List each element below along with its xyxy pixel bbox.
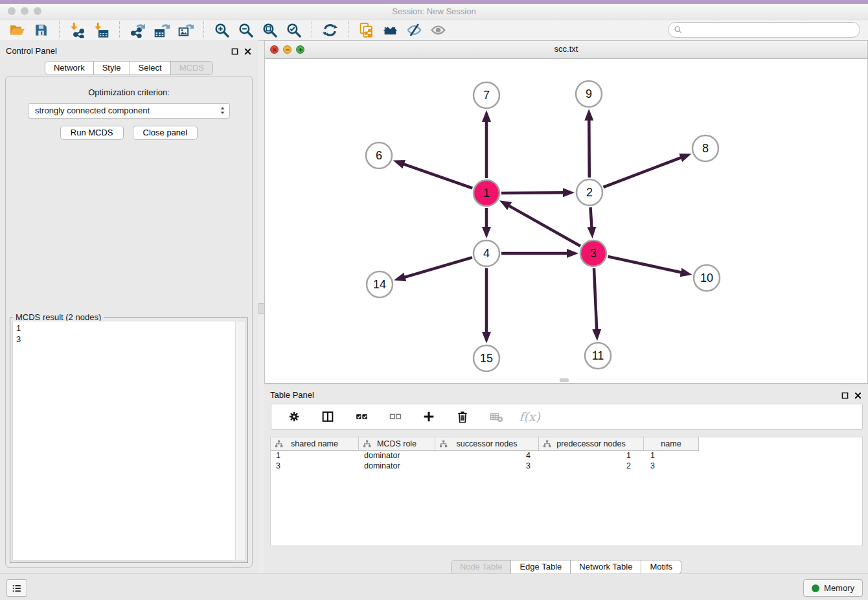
plus-button[interactable] (418, 408, 439, 426)
column-header-shared-name[interactable]: shared name (271, 437, 359, 451)
result-scrollbar[interactable] (235, 321, 246, 560)
hide-selected-icon (406, 22, 422, 38)
network-hscrollbar-thumb[interactable] (560, 378, 569, 382)
columns-button[interactable] (317, 408, 337, 426)
close-window-button[interactable] (8, 7, 16, 15)
column-header-MCDS-role[interactable]: MCDS role (359, 437, 435, 451)
uncheck-pair-button[interactable] (385, 408, 405, 426)
import-network-button[interactable] (67, 21, 87, 39)
graph-edge-1-6[interactable] (404, 164, 473, 188)
gear-icon (287, 410, 301, 424)
zoom-in-button[interactable] (212, 21, 232, 39)
tab-edge-table[interactable]: Edge Table (510, 560, 570, 573)
tab-node-table[interactable]: Node Table (451, 560, 511, 573)
graph-node-10[interactable]: 10 (694, 265, 720, 291)
search-box[interactable] (668, 22, 860, 38)
table-panel-close-button[interactable] (854, 390, 862, 402)
zoom-fit-button[interactable] (260, 21, 280, 39)
table-delete-button[interactable] (486, 408, 506, 426)
graph-edge-2-9[interactable] (589, 120, 589, 178)
graph-edge-3-10[interactable] (608, 257, 681, 273)
import-table-button[interactable] (91, 21, 111, 39)
fx-button[interactable]: f(x) (520, 408, 540, 426)
table-cell: dominator (359, 451, 435, 461)
graph-node-1[interactable]: 1 (474, 180, 499, 206)
graph-node-6[interactable]: 6 (366, 143, 392, 168)
graph-node-9[interactable]: 9 (576, 81, 602, 107)
zoom-window-button[interactable] (34, 7, 41, 15)
table-toolbar: f(x) (271, 404, 863, 430)
save-session-button[interactable] (31, 21, 51, 39)
trash-button[interactable] (452, 408, 472, 426)
graph-edge-3-1[interactable] (509, 206, 580, 246)
columns-icon (321, 410, 335, 424)
show-all-button[interactable] (428, 21, 448, 39)
table-tabs: Node Table Edge Table Network Table Moti… (451, 560, 681, 574)
control-panel-float-button[interactable] (231, 46, 238, 58)
task-list-button[interactable] (6, 579, 27, 597)
graph-node-14[interactable]: 14 (367, 271, 393, 297)
hide-selected-button[interactable] (404, 21, 424, 39)
check-pair-icon (354, 410, 369, 424)
criterion-select[interactable]: strongly connected component (28, 103, 230, 119)
tab-mcds[interactable]: MCDS (170, 62, 212, 75)
export-network-button[interactable] (128, 21, 148, 39)
graph-node-4[interactable]: 4 (474, 240, 499, 266)
export-image-button[interactable] (176, 21, 196, 39)
table-cell: 3 (644, 461, 699, 472)
graph-edge-2-3[interactable] (591, 207, 592, 227)
status-bar: Memory (0, 573, 868, 600)
column-header-predecessor-nodes[interactable]: predecessor nodes (539, 437, 644, 451)
network-window: scc.txt 7968124314101511 (264, 40, 868, 384)
gear-button[interactable] (284, 408, 304, 426)
control-panel-close-button[interactable] (244, 46, 251, 58)
graph-node-7[interactable]: 7 (474, 82, 499, 108)
graph-edge-4-14[interactable] (404, 257, 472, 277)
svg-text:10: 10 (700, 271, 713, 284)
column-header-name[interactable]: name (644, 437, 699, 451)
graph-edge-2-8[interactable] (604, 157, 681, 187)
column-header-successor-nodes[interactable]: successor nodes (435, 437, 539, 451)
neighbors-button[interactable] (380, 21, 400, 39)
graph-edge-1-2[interactable] (501, 192, 564, 193)
graph-node-11[interactable]: 11 (585, 343, 611, 369)
graph-node-2[interactable]: 2 (577, 179, 602, 205)
graph-node-8[interactable]: 8 (692, 135, 718, 161)
session-title: Session: New Session (0, 4, 868, 19)
network-zoom-button[interactable] (296, 45, 304, 54)
network-window-titlebar[interactable]: scc.txt (265, 41, 867, 59)
network-canvas[interactable]: 7968124314101511 (265, 59, 867, 383)
minimize-window-button[interactable] (21, 7, 29, 15)
tab-style[interactable]: Style (93, 62, 130, 75)
check-pair-button[interactable] (351, 408, 371, 426)
table-panel-float-button[interactable] (841, 390, 849, 402)
refresh-button[interactable] (320, 21, 340, 39)
graph-edge-3-11[interactable] (594, 268, 597, 330)
zoom-selected-button[interactable] (284, 21, 304, 39)
network-close-button[interactable] (270, 45, 279, 54)
network-minimize-button[interactable] (283, 45, 291, 54)
close-panel-button[interactable]: Close panel (133, 126, 198, 140)
tab-select[interactable]: Select (130, 62, 170, 75)
tab-motifs[interactable]: Motifs (641, 560, 681, 573)
mcds-result-text[interactable]: 1 3 (12, 321, 236, 560)
svg-text:1: 1 (483, 187, 490, 200)
show-all-icon (430, 22, 446, 38)
export-table-button[interactable] (152, 21, 172, 39)
memory-status-icon (812, 584, 819, 592)
table-row[interactable]: 1dominator411 (271, 451, 862, 461)
column-header-filler (699, 437, 862, 451)
graph-node-3[interactable]: 3 (580, 240, 606, 266)
tab-network-table[interactable]: Network Table (570, 560, 641, 573)
tab-network[interactable]: Network (45, 62, 93, 75)
table-row[interactable]: 3dominator323 (271, 461, 862, 472)
memory-button[interactable]: Memory (803, 579, 863, 597)
control-panel-tabs: Network Style Select MCDS (45, 61, 213, 75)
zoom-out-button[interactable] (236, 21, 256, 39)
mcds-result-group: MCDS result (2 nodes) 1 3 (10, 317, 248, 563)
graph-node-15[interactable]: 15 (474, 345, 499, 371)
search-input[interactable] (683, 23, 860, 36)
open-session-button[interactable] (7, 21, 27, 39)
copy-network-button[interactable] (356, 21, 376, 39)
run-mcds-button[interactable]: Run MCDS (60, 126, 124, 140)
